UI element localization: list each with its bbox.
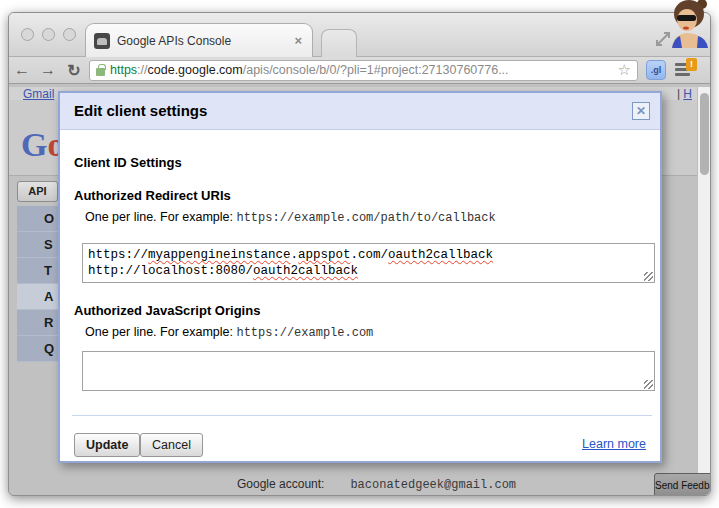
- hint-example-url: https://example.com/path/to/callback: [236, 211, 495, 225]
- js-origins-hint: One per line. For example: https://examp…: [85, 325, 373, 340]
- url-domain: code.google.com: [148, 63, 243, 77]
- chrome-menu-icon[interactable]: !: [674, 60, 694, 80]
- dialog-header: Edit client settings ✕: [60, 93, 660, 130]
- update-button[interactable]: Update: [74, 433, 140, 457]
- vertical-scrollbar[interactable]: [697, 87, 710, 495]
- browser-tab[interactable]: Google APIs Console ×: [85, 23, 313, 57]
- dialog-close-icon[interactable]: ✕: [632, 102, 650, 120]
- zoom-window-button[interactable]: [63, 28, 76, 41]
- misspelled-word: appspot: [298, 248, 351, 262]
- uri-text: https://: [88, 248, 148, 262]
- header-right-links: | H: [677, 87, 692, 101]
- uri-text: .: [291, 248, 299, 262]
- window-controls: [21, 28, 76, 41]
- logo-letter-g: G: [21, 126, 47, 163]
- edit-client-settings-dialog: Edit client settings ✕ Client ID Setting…: [58, 91, 662, 463]
- url-scheme: https: [110, 63, 137, 77]
- browser-toolbar: ← → ↻ https :// code.google.com /apis/co…: [9, 57, 710, 84]
- dialog-title: Edit client settings: [74, 102, 207, 119]
- ssl-lock-icon[interactable]: [96, 68, 105, 76]
- client-id-settings-heading: Client ID Settings: [74, 155, 182, 170]
- minimize-window-button[interactable]: [42, 28, 55, 41]
- account-label: Google account:: [237, 477, 324, 491]
- footer-divider: [72, 415, 652, 416]
- new-tab-button[interactable]: [321, 29, 357, 57]
- cancel-button[interactable]: Cancel: [140, 433, 203, 457]
- resize-grip-icon[interactable]: [644, 380, 653, 389]
- misspelled-word: oauth2callback: [253, 264, 358, 278]
- goo-gl-extension-icon[interactable]: .gl: [646, 60, 666, 80]
- uri-text: http://localhost:8080/: [88, 264, 253, 278]
- tab-title: Google APIs Console: [117, 34, 292, 48]
- tab-strip: Google APIs Console ×: [9, 13, 710, 57]
- redirect-uris-label: Authorized Redirect URIs: [74, 188, 231, 203]
- menu-alert-badge: !: [686, 58, 697, 71]
- url-separator: ://: [137, 63, 147, 77]
- api-project-tab[interactable]: API: [17, 181, 58, 202]
- screenshot-stage: Google APIs Console × ← → ↻ https :// co…: [0, 0, 719, 508]
- redirect-uris-hint: One per line. For example: https://examp…: [85, 210, 496, 225]
- hint-text: One per line. For example:: [85, 210, 236, 224]
- redirect-uris-textarea[interactable]: https://myappengineinstance.appspot.com/…: [82, 243, 655, 283]
- js-origins-label: Authorized JavaScript Origins: [74, 303, 260, 318]
- hint-text: One per line. For example:: [85, 325, 236, 339]
- vertical-scrollbar-thumb[interactable]: [700, 93, 709, 175]
- account-email: baconatedgeek@gmail.com: [350, 478, 516, 492]
- gmail-link[interactable]: Gmail: [23, 87, 54, 101]
- send-feedback-button[interactable]: Send Feedback: [654, 473, 711, 496]
- url-path: /apis/console/b/0/?pli=1#project:2713076…: [243, 63, 509, 77]
- profile-avatar: [668, 0, 714, 48]
- menu-bar-line: [675, 73, 690, 76]
- reload-button[interactable]: ↻: [61, 61, 87, 80]
- resize-grip-icon[interactable]: [644, 272, 653, 281]
- bookmark-star-icon[interactable]: ☆: [618, 61, 631, 79]
- tab-close-icon[interactable]: ×: [292, 33, 304, 48]
- close-window-button[interactable]: [21, 28, 34, 41]
- back-button[interactable]: ←: [9, 61, 35, 79]
- account-row: Google account:baconatedgeek@gmail.com: [237, 477, 516, 492]
- forward-button[interactable]: →: [35, 61, 61, 79]
- tab-favicon-icon: [94, 33, 110, 49]
- help-link[interactable]: H: [683, 87, 692, 101]
- uri-text: .com/: [351, 248, 389, 262]
- misspelled-word: oauth2callback: [388, 248, 493, 262]
- js-origins-textarea[interactable]: [82, 351, 655, 391]
- textarea-lines: https://myappengineinstance.appspot.com/…: [88, 247, 649, 279]
- learn-more-link[interactable]: Learn more: [582, 437, 646, 451]
- hint-example-url: https://example.com: [236, 326, 373, 340]
- misspelled-word: myappengineinstance: [148, 248, 291, 262]
- address-bar[interactable]: https :// code.google.com /apis/console/…: [89, 60, 638, 81]
